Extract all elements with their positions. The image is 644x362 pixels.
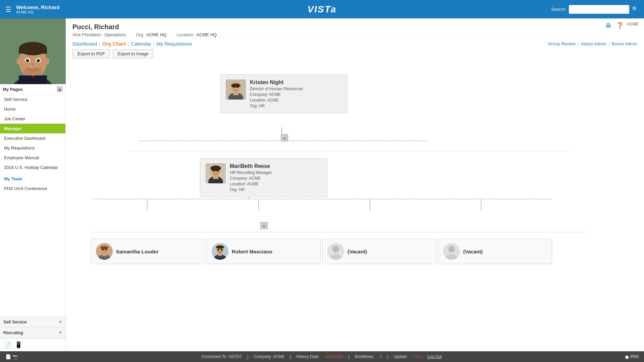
- org-card-kristen-night[interactable]: Kristen Night Director of Human Resource…: [220, 74, 347, 113]
- expand-top-btn[interactable]: ▲: [281, 134, 288, 141]
- nav-my-requisitions[interactable]: My Requisitions: [156, 41, 192, 47]
- samantha-avatar: [96, 243, 113, 260]
- vacant2-avatar: [443, 243, 460, 260]
- org-card-maribeth-reese[interactable]: MariBeth Reese HR Recruiting Manager Com…: [200, 158, 327, 197]
- connector-lines: [72, 68, 637, 336]
- svg-point-13: [16, 58, 21, 65]
- svg-point-46: [100, 246, 108, 249]
- avatar-image: [0, 18, 66, 84]
- profile-org: Org: ACME HQ: [136, 32, 167, 37]
- nav-bonus-admin[interactable]: Bonus Admin: [611, 41, 637, 46]
- logout-link[interactable]: Log Out: [427, 354, 442, 359]
- header-user: Welcome, Richard ACME HQ: [16, 4, 60, 14]
- sidebar-nav: Self-Service Home Job Center Manager Exe…: [0, 95, 65, 193]
- org-card-robert[interactable]: Robert Masciano: [207, 239, 321, 264]
- org-card-vacant-1[interactable]: (Vacant): [322, 239, 436, 264]
- svg-point-39: [210, 166, 221, 171]
- header-welcome: Welcome, Richard: [16, 4, 60, 10]
- toolbar: Export to PDF Export to Image: [66, 47, 644, 61]
- profile-header: Pucci, Richard Vice President - Operatio…: [66, 18, 605, 38]
- maribeth-company: Company: ACME: [230, 176, 272, 181]
- sidebar-item-manager[interactable]: Manager: [0, 124, 65, 133]
- sep3: |: [348, 354, 349, 359]
- connected-label: Connected To: VISTA7: [201, 354, 242, 359]
- search-button[interactable]: 🔍: [632, 6, 639, 12]
- sidebar-item-executive-dashboard[interactable]: Executive Dashboard: [0, 133, 65, 143]
- robert-avatar: [212, 243, 228, 260]
- svg-rect-38: [213, 175, 218, 179]
- recruiting-collapsible[interactable]: Recruiting ▼: [0, 327, 65, 338]
- maribeth-org: Org: HR: [230, 187, 272, 192]
- svg-point-54: [218, 249, 219, 251]
- kristen-info: Kristen Night Director of Human Resource…: [250, 79, 303, 108]
- kristen-location: Location: ACME: [250, 98, 303, 103]
- svg-point-33: [233, 86, 235, 88]
- export-pdf-button[interactable]: Export to PDF: [72, 49, 110, 58]
- maribeth-location: Location: ACME: [230, 182, 272, 186]
- sidebar-my-team[interactable]: My Team: [0, 172, 65, 184]
- nav-calendar[interactable]: Calendar: [131, 41, 151, 47]
- svg-rect-31: [233, 91, 238, 95]
- svg-point-60: [448, 246, 455, 252]
- content-area: Pucci, Richard Vice President - Operatio…: [66, 18, 644, 351]
- sidebar-item-self-service[interactable]: Self-Service: [0, 95, 65, 104]
- workflows-label: Workflows:: [355, 354, 374, 359]
- scroll-up-button[interactable]: ▲: [57, 86, 63, 92]
- sidebar-item-employee-manual[interactable]: Employee Manual: [0, 153, 65, 163]
- svg-point-11: [37, 59, 40, 62]
- sidebar-item-pds-uga[interactable]: PDS UGA Conference: [0, 184, 65, 193]
- status-icons: 📄 📷: [5, 354, 18, 359]
- sidebar-item-holiday-calendar[interactable]: 2018 U.S. Holiday Calendar: [0, 163, 65, 172]
- history-date: 6/16/2018: [325, 354, 343, 359]
- sep4: |: [387, 354, 388, 359]
- svg-point-10: [26, 59, 29, 62]
- company-label: Company: ACME: [254, 354, 284, 359]
- svg-point-53: [216, 245, 224, 249]
- sidebar-icons: 📄 📱: [0, 338, 65, 351]
- search-input[interactable]: [569, 5, 629, 14]
- org-card-samantha[interactable]: Samantha Louder: [91, 239, 205, 264]
- print-icon[interactable]: 🖶: [605, 22, 611, 29]
- pds-icon: ◆: [625, 354, 629, 360]
- menu-icon[interactable]: ☰: [5, 5, 11, 13]
- level3-line: [91, 232, 587, 232]
- svg-rect-52: [218, 253, 222, 256]
- recruiting-chevron: ▼: [59, 331, 62, 335]
- profile-name: Pucci, Richard: [72, 23, 599, 31]
- nav-dashboard[interactable]: Dashboard: [72, 41, 97, 47]
- svg-rect-12: [24, 68, 42, 75]
- vacant1-avatar: [327, 243, 344, 260]
- robert-name: Robert Masciano: [232, 249, 272, 254]
- vacant2-name: (Vacant): [463, 249, 483, 254]
- help-icon[interactable]: ❓: [616, 22, 624, 29]
- nav-org-chart[interactable]: Org Chart: [102, 41, 126, 47]
- main-layout: My Pages ▲ Self-Service Home Job Center …: [0, 18, 644, 351]
- maribeth-info: MariBeth Reese HR Recruiting Manager Com…: [230, 163, 272, 192]
- self-service-collapsible[interactable]: Self Service ▼: [0, 317, 65, 327]
- sep2: |: [290, 354, 291, 359]
- expand-mid-btn[interactable]: ▲: [260, 222, 268, 229]
- page-nav: Dashboard | Org Chart | Calendar | My Re…: [66, 38, 644, 47]
- nav-salary-admin[interactable]: Salary Admin: [581, 41, 606, 46]
- acme-label: ACME: [627, 22, 639, 26]
- export-image-button[interactable]: Export to Image: [113, 49, 154, 58]
- app-logo: VISTa: [308, 4, 337, 15]
- sidebar-item-my-requisitions[interactable]: My Requisitions: [0, 143, 65, 153]
- update-version: 7.0.1: [413, 354, 422, 359]
- svg-point-41: [217, 170, 219, 172]
- nav-group-review[interactable]: Group Review: [548, 41, 576, 46]
- kristen-avatar: [226, 79, 246, 100]
- page-nav-left: Dashboard | Org Chart | Calendar | My Re…: [72, 41, 192, 47]
- mobile-icon[interactable]: 📱: [15, 341, 22, 349]
- svg-rect-45: [102, 253, 106, 256]
- sidebar-item-home[interactable]: Home: [0, 104, 65, 114]
- id-card-icon[interactable]: 📄: [4, 341, 11, 349]
- org-card-vacant-2[interactable]: (Vacant): [438, 239, 552, 264]
- svg-point-40: [213, 170, 215, 172]
- level2-line: [129, 151, 570, 151]
- kristen-company: Company: ACME: [250, 92, 303, 97]
- sidebar-item-job-center[interactable]: Job Center: [0, 114, 65, 124]
- status-center: Connected To: VISTA7 | Company: ACME | H…: [201, 354, 442, 359]
- kristen-name: Kristen Night: [250, 79, 303, 85]
- svg-rect-23: [92, 199, 551, 199]
